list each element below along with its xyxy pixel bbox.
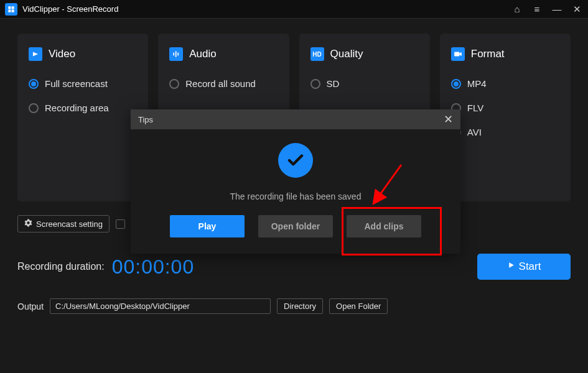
- radio-sd[interactable]: SD: [310, 78, 419, 89]
- radio-icon: [451, 79, 461, 89]
- minimize-icon[interactable]: —: [551, 4, 563, 15]
- radio-avi[interactable]: AVI: [451, 127, 559, 137]
- add-clips-button[interactable]: Add clips: [347, 215, 421, 237]
- modal-close-icon[interactable]: ✕: [444, 113, 453, 126]
- play-icon: [507, 260, 515, 273]
- titlebar: VidClipper - ScreenRecord ⌂ ≡ — ✕: [0, 0, 588, 19]
- success-check-icon: [278, 143, 313, 178]
- panel-title: Format: [471, 48, 505, 60]
- tips-modal: Tips ✕ The recording file has been saved…: [131, 109, 460, 254]
- video-icon: [29, 47, 42, 61]
- output-label: Output: [17, 302, 44, 311]
- duration-label: Recording duration:: [17, 261, 105, 272]
- menu-icon[interactable]: ≡: [531, 4, 543, 15]
- modal-message: The recording file has been saved: [142, 191, 449, 201]
- audio-icon: [169, 47, 183, 61]
- panel-video: Video Full screencast Recording area: [17, 34, 148, 201]
- radio-icon: [169, 79, 179, 89]
- radio-flv[interactable]: FLV: [451, 103, 559, 113]
- modal-title: Tips: [138, 115, 153, 124]
- svg-rect-3: [454, 52, 459, 57]
- checkbox-item[interactable]: [116, 215, 125, 233]
- svg-rect-2: [178, 53, 179, 56]
- open-folder-button[interactable]: Open folder: [258, 215, 333, 237]
- radio-recording-area[interactable]: Recording area: [29, 103, 137, 113]
- home-icon[interactable]: ⌂: [511, 4, 523, 15]
- radio-mp4[interactable]: MP4: [451, 78, 559, 89]
- checkbox-icon: [116, 219, 125, 229]
- radio-icon: [29, 103, 39, 113]
- panel-title: Quality: [330, 48, 363, 60]
- close-icon[interactable]: ✕: [571, 4, 583, 15]
- panel-title: Audio: [189, 48, 216, 60]
- window-title: VidClipper - ScreenRecord: [22, 4, 118, 14]
- gear-icon: [24, 219, 32, 229]
- radio-full-screencast[interactable]: Full screencast: [29, 78, 137, 89]
- radio-record-all-sound[interactable]: Record all sound: [169, 78, 278, 89]
- open-folder-button[interactable]: Open Folder: [329, 298, 388, 314]
- svg-rect-1: [175, 51, 177, 57]
- app-logo-icon: [5, 3, 17, 16]
- duration-value: 00:00:00: [112, 256, 195, 279]
- hd-icon: HD: [310, 47, 324, 61]
- radio-icon: [310, 79, 320, 89]
- play-button[interactable]: Play: [170, 215, 245, 237]
- screencast-setting-button[interactable]: Screencast setting: [17, 215, 110, 233]
- start-button[interactable]: Start: [477, 254, 571, 280]
- output-path-field[interactable]: C:/Users/MLoong/Desktop/VidClipper: [50, 298, 271, 314]
- svg-rect-0: [174, 53, 175, 56]
- radio-icon: [29, 79, 39, 89]
- directory-button[interactable]: Directory: [277, 298, 323, 314]
- panel-title: Video: [49, 48, 75, 60]
- camera-icon: [451, 47, 465, 61]
